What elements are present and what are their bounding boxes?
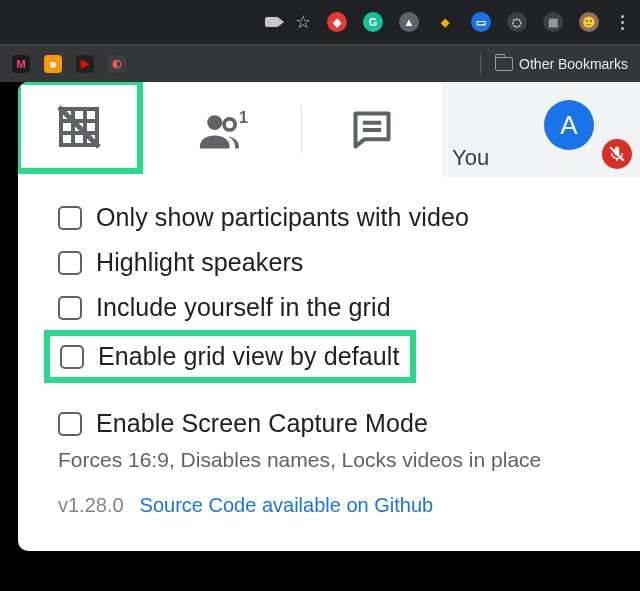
checkbox[interactable] (58, 296, 82, 320)
bookmark-amazon[interactable]: ■ (44, 55, 62, 73)
mic-muted-icon[interactable] (602, 139, 632, 169)
source-link[interactable]: Source Code available on Github (140, 494, 434, 517)
option-highlight-speakers[interactable]: Highlight speakers (58, 240, 620, 285)
extension-grammarly[interactable]: G (363, 12, 383, 32)
checkbox[interactable] (58, 412, 82, 436)
panel-topbar: 1 You A (18, 82, 640, 177)
bookmark-star-icon[interactable]: ☆ (295, 11, 311, 33)
svg-point-2 (224, 118, 235, 129)
version-label: v1.28.0 (58, 494, 124, 517)
folder-icon (495, 57, 513, 71)
extension-superman[interactable]: ◆ (435, 12, 455, 32)
browser-toolbar: ☆ ◆G▲◆▭◌▦🙂 (0, 0, 640, 44)
other-bookmarks-label: Other Bookmarks (519, 56, 628, 72)
extension-grid[interactable]: ▦ (543, 12, 563, 32)
you-label: You (452, 145, 489, 171)
svg-point-1 (207, 115, 222, 130)
option-only-video[interactable]: Only show participants with video (58, 195, 620, 240)
option-label: Enable Screen Capture Mode (96, 409, 428, 438)
checkbox[interactable] (58, 206, 82, 230)
extension-avatar[interactable]: 🙂 (579, 12, 599, 32)
kebab-menu-icon[interactable] (615, 15, 630, 30)
screen-capture-desc: Forces 16:9, Disables names, Locks video… (58, 448, 620, 472)
chat-icon[interactable] (350, 108, 394, 152)
svg-text:1: 1 (238, 107, 247, 126)
other-bookmarks-folder[interactable]: Other Bookmarks (495, 56, 628, 72)
options-list: Only show participants with video Highli… (18, 177, 640, 517)
option-label: Only show participants with video (96, 203, 469, 232)
separator (480, 54, 481, 74)
extension-adblock[interactable]: ◆ (327, 12, 347, 32)
bookmark-myntra[interactable]: M (12, 55, 30, 73)
highlight-grid-toggle (18, 82, 143, 174)
checkbox[interactable] (58, 251, 82, 275)
grid-view-panel: 1 You A (18, 82, 640, 551)
option-screen-capture[interactable]: Enable Screen Capture Mode (58, 401, 620, 446)
option-label: Enable grid view by default (98, 342, 400, 371)
highlight-enable-default: Enable grid view by default (44, 330, 416, 383)
panel-footer: v1.28.0 Source Code available on Github (58, 494, 620, 517)
option-label: Highlight speakers (96, 248, 303, 277)
screen-capture-section: Enable Screen Capture Mode Forces 16:9, … (58, 401, 620, 472)
checkbox[interactable] (60, 345, 84, 369)
avatar: A (544, 100, 594, 150)
option-include-self[interactable]: Include yourself in the grid (58, 285, 620, 330)
bookmark-youtube[interactable]: ▶ (76, 55, 94, 73)
people-icon[interactable]: 1 (198, 106, 250, 154)
option-enable-default[interactable]: Enable grid view by default (60, 338, 400, 375)
option-label: Include yourself in the grid (96, 293, 391, 322)
bookmark-other[interactable]: ◐ (108, 55, 126, 73)
self-tile[interactable]: You A (442, 82, 640, 177)
grid-off-icon[interactable] (55, 103, 103, 151)
extension-docs[interactable]: ▭ (471, 12, 491, 32)
camera-icon (265, 17, 279, 27)
extension-lightbulb[interactable]: ◌ (507, 12, 527, 32)
bookmarks-bar: M■▶◐ Other Bookmarks (0, 44, 640, 82)
extension-drive[interactable]: ▲ (399, 12, 419, 32)
meet-stage: 1 You A (0, 82, 640, 591)
